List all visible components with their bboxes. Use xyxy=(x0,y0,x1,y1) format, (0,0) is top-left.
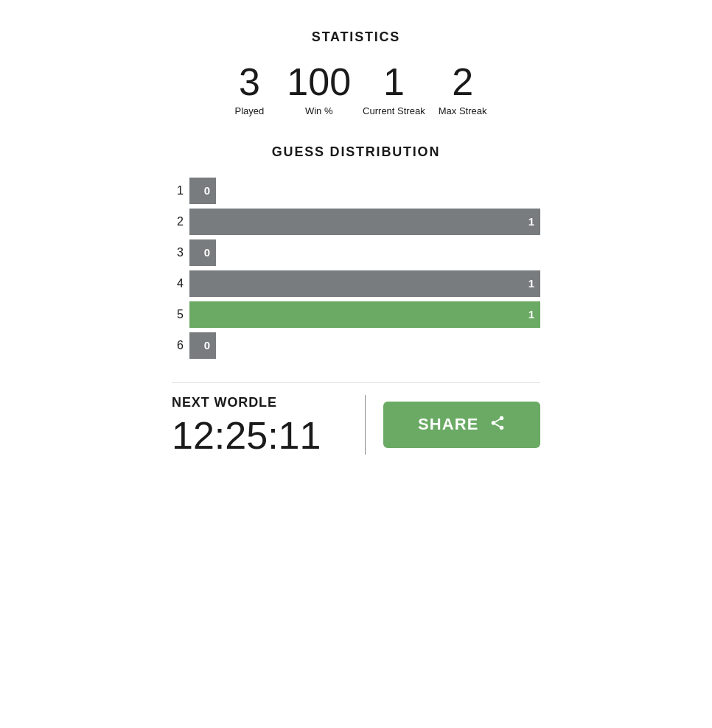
countdown-timer: 12:25:11 xyxy=(172,416,329,455)
main-container: STATISTICS 3 Played 100 Win % 1 Current … xyxy=(172,29,540,455)
stat-win-pct-value: 100 xyxy=(287,63,351,101)
distribution-row: 60 xyxy=(172,332,540,359)
bar-value: 0 xyxy=(204,246,210,259)
stats-row: 3 Played 100 Win % 1 Current Streak 2 Ma… xyxy=(172,63,540,118)
stat-current-streak-label: Current Streak xyxy=(363,105,425,118)
share-button-label: SHARE xyxy=(418,415,479,434)
stat-current-streak: 1 Current Streak xyxy=(363,63,425,118)
bar-value: 1 xyxy=(528,308,534,321)
distribution-row: 21 xyxy=(172,209,540,235)
bar-container: 0 xyxy=(189,178,540,204)
bar-container: 0 xyxy=(189,332,540,359)
svg-line-3 xyxy=(495,424,499,427)
bar: 1 xyxy=(189,301,540,328)
row-number: 2 xyxy=(172,215,184,228)
svg-point-2 xyxy=(499,426,503,430)
share-icon xyxy=(489,415,506,435)
distribution-row: 51 xyxy=(172,301,540,328)
bar: 0 xyxy=(189,178,216,204)
next-wordle-section: NEXT WORDLE 12:25:11 xyxy=(172,395,347,455)
distribution-row: 30 xyxy=(172,239,540,266)
svg-point-0 xyxy=(499,416,503,421)
bar-container: 1 xyxy=(189,270,540,297)
share-section: SHARE xyxy=(383,395,541,455)
stat-played: 3 Played xyxy=(223,63,275,118)
svg-point-1 xyxy=(491,421,495,425)
stat-played-value: 3 xyxy=(239,63,260,101)
stat-current-streak-value: 1 xyxy=(383,63,405,101)
distribution-row: 41 xyxy=(172,270,540,297)
share-button[interactable]: SHARE xyxy=(383,402,541,448)
stat-win-pct: 100 Win % xyxy=(287,63,351,118)
stat-max-streak-value: 2 xyxy=(452,63,473,101)
svg-line-4 xyxy=(495,419,499,422)
row-number: 1 xyxy=(172,184,184,197)
stat-max-streak-label: Max Streak xyxy=(439,105,487,118)
stat-played-label: Played xyxy=(234,105,264,118)
next-wordle-label: NEXT WORDLE xyxy=(172,395,329,410)
guess-distribution-title: GUESS DISTRIBUTION xyxy=(172,144,540,160)
vertical-divider xyxy=(365,395,366,455)
distribution-row: 10 xyxy=(172,178,540,204)
row-number: 6 xyxy=(172,339,184,352)
bar-value: 1 xyxy=(528,215,534,228)
guess-distribution: GUESS DISTRIBUTION 102130415160 xyxy=(172,144,540,359)
bar-container: 1 xyxy=(189,301,540,328)
row-number: 3 xyxy=(172,246,184,259)
bar-value: 1 xyxy=(528,277,534,290)
row-number: 4 xyxy=(172,277,184,290)
row-number: 5 xyxy=(172,308,184,321)
distribution-bars: 102130415160 xyxy=(172,178,540,359)
stat-win-pct-label: Win % xyxy=(305,105,333,118)
statistics-title: STATISTICS xyxy=(172,29,540,45)
bar-container: 1 xyxy=(189,209,540,235)
bottom-section: NEXT WORDLE 12:25:11 SHARE xyxy=(172,382,540,455)
bar: 1 xyxy=(189,209,540,235)
bar: 0 xyxy=(189,239,216,266)
bar: 0 xyxy=(189,332,216,359)
stat-max-streak: 2 Max Streak xyxy=(437,63,489,118)
bar-container: 0 xyxy=(189,239,540,266)
bar-value: 0 xyxy=(204,339,210,351)
bar: 1 xyxy=(189,270,540,297)
bar-value: 0 xyxy=(204,184,210,197)
